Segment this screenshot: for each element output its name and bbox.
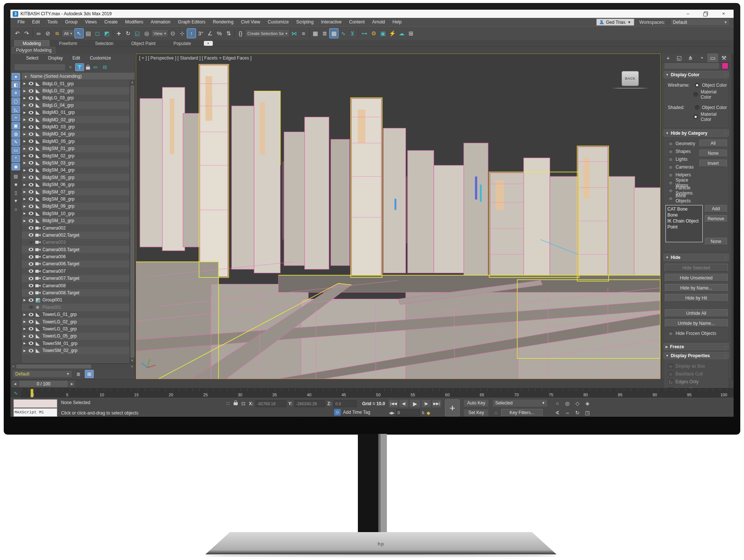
visibility-eye-icon[interactable] [29,118,33,121]
menu-item[interactable]: Customize [264,18,292,26]
menu-item[interactable]: Edit [29,18,43,26]
undo-icon[interactable]: ↶ [13,28,22,38]
maximize-viewport-icon[interactable]: ◳ [583,409,592,417]
list-item[interactable]: ▶ Camera008.Target [22,289,135,296]
restore-button[interactable] [703,11,708,16]
object-name-field[interactable] [664,63,719,69]
display-tab[interactable]: ▭ [708,54,718,62]
rollout-header[interactable]: ▼Hide by Category⁙ [664,129,729,137]
separator[interactable] [358,29,359,38]
search-input[interactable] [14,64,65,71]
scroll-down-icon[interactable]: ∨ [131,358,134,363]
clear-search-icon[interactable]: × [67,64,73,70]
y-coordinate-field[interactable] [295,400,325,407]
menu-item[interactable]: Views [81,18,100,26]
list-item[interactable]: ▶ BldgMD_01_grp [22,109,135,116]
list-item[interactable]: ▶ BldgSM_07_grp [22,188,135,195]
play-button[interactable]: ▶ [410,400,420,407]
visibility-eye-icon[interactable] [29,335,33,338]
shaded-object-color-radio[interactable] [695,105,699,110]
list-action-button[interactable]: Remove [705,215,727,223]
rectangular-selection-region-icon[interactable]: ◻ [93,28,102,38]
create-tab[interactable]: + [663,54,673,62]
selection-filter-dropdown[interactable]: All [62,29,74,37]
list-action-button[interactable]: None [705,238,727,245]
visibility-eye-icon[interactable] [29,291,33,295]
angle-snap-icon[interactable]: ∠ [205,28,215,38]
maxscript-mini-listener[interactable]: MAXScript Mi [13,399,57,417]
display-property-checkbox[interactable]: Display as Box [666,362,727,370]
isolate-selection-icon[interactable]: ∷ [225,401,231,406]
modify-tab[interactable]: ◱ [674,54,684,62]
visibility-eye-icon[interactable] [29,233,33,237]
expand-arrow[interactable]: ▶ [23,161,27,164]
visibility-eye-icon[interactable] [29,176,33,179]
visibility-eye-icon[interactable] [29,125,33,129]
expand-arrow[interactable]: ▶ [23,118,27,121]
list-item[interactable]: ▶ Plane001 [22,304,135,311]
auto-key-button[interactable]: Auto Key [464,399,489,407]
visibility-eye-icon[interactable] [29,305,33,309]
expand-arrow[interactable]: ▶ [23,89,27,93]
visibility-eye-icon[interactable] [29,284,33,287]
category-checkbox[interactable]: Shapes [666,147,699,155]
render-setup-icon[interactable]: ⚙ [369,28,378,38]
expand-arrow[interactable]: ▶ [23,197,27,201]
polygon-modeling-panel[interactable]: Polygon Modeling [12,47,55,54]
select-and-rotate-icon[interactable]: ↻ [124,28,133,38]
sort-by-layer-icon[interactable]: ≣ [74,370,83,378]
previous-frame-button[interactable]: ◀| [399,400,408,407]
expand-arrow[interactable]: ▶ [23,183,27,186]
close-button[interactable]: × [721,11,726,16]
key-mode-toggle-icon[interactable]: ◀▶ [389,411,394,415]
list-item[interactable]: ▶ TowerLG_03_grp [22,325,135,332]
display-property-checkbox[interactable]: Backface Cull [666,370,727,378]
key-icon[interactable]: ◆ [427,410,430,416]
explorer-menu-item[interactable]: Display [48,55,62,61]
list-item[interactable]: ▶ BldgLG_01_grp [22,80,135,87]
workspace-dropdown[interactable]: Default ▼ [670,19,730,26]
list-item[interactable]: ▶ Camera007.Target [22,275,135,282]
filter-materials-icon[interactable]: ▣ [12,122,20,129]
list-item[interactable]: ▶ BldgSM_09_grp [22,203,135,210]
visibility-eye-icon[interactable] [29,241,33,244]
expand-arrow[interactable]: ▶ [23,154,27,157]
menu-item[interactable]: File [14,18,28,26]
filter-lights-icon[interactable]: ☀ [12,89,20,97]
filter-space-warps-icon[interactable]: ≈ [12,114,20,121]
visibility-eye-icon[interactable] [29,219,33,223]
shaded-material-color-radio[interactable] [693,115,698,119]
visibility-eye-icon[interactable] [29,96,33,100]
next-frame-arrow[interactable]: ► [69,381,75,387]
sort-by-hierarchy-icon[interactable]: ⊞ [85,370,94,378]
list-item[interactable]: ▶ TowerLG_01_grp [22,311,135,318]
go-to-start-button[interactable]: |◀◀ [389,400,398,407]
spinner-snap-icon[interactable]: ⇅ [224,28,233,38]
set-key-big-button[interactable]: + [445,399,460,416]
separator[interactable] [234,29,235,38]
list-item[interactable]: ▶ TowerSM_01_grp [22,340,135,347]
frame-spinner[interactable]: ⇅ [421,411,425,415]
filter-geometry-icon[interactable]: ◧ [12,81,20,89]
current-frame-field[interactable] [396,409,420,416]
expand-arrow[interactable]: ▶ [23,125,27,129]
viewport-label[interactable]: [ + ] [ Perspective ] [ Standard ] [ Fac… [139,55,251,61]
list-column-header[interactable]: Name (Sorted Ascending) [22,73,135,80]
vertical-scrollbar[interactable]: ∧ ∨ [129,80,135,363]
visibility-eye-icon[interactable] [29,169,33,172]
key-filters-icon[interactable]: ∴ [493,410,499,416]
go-to-end-button[interactable]: ▶▶| [432,400,441,407]
expand-arrow[interactable]: ▶ [23,82,27,85]
expand-arrow[interactable]: ▶ [23,349,27,352]
unlink-selection-icon[interactable]: ⊘ [43,28,52,38]
explorer-menu-item[interactable]: Customize [90,55,111,61]
zoom-extents-icon[interactable]: ◇ [573,399,582,407]
hierarchy-tab[interactable]: ⋔ [685,54,696,62]
hide-action-button[interactable]: Unhide All [665,309,728,317]
listbox-item[interactable]: IK Chain Object [667,218,701,224]
visibility-eye-icon[interactable] [29,147,33,150]
list-item[interactable]: ▶ Camera008 [22,282,135,289]
menu-item[interactable]: Create [101,18,121,26]
hide-action-button[interactable]: Hide by Name... [665,284,728,292]
viewcube[interactable]: BACK [622,71,639,86]
